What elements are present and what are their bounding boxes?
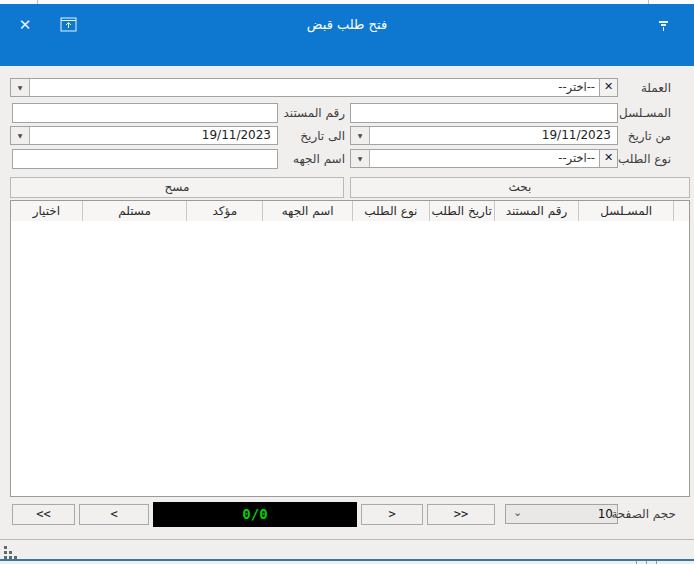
- to-date-picker[interactable]: ▼ 19/11/2023: [10, 126, 278, 145]
- from-date-value: 19/11/2023: [375, 127, 617, 144]
- titlebar[interactable]: ✕ فتح طلب قبض: [0, 4, 694, 66]
- resize-grip-icon[interactable]: [4, 546, 20, 560]
- search-button[interactable]: بحث: [350, 177, 690, 198]
- to-date-label: الى تاريخ: [300, 129, 345, 143]
- chevron-down-icon[interactable]: ▼: [11, 79, 30, 96]
- doc-number-label: رقم المستند: [283, 106, 345, 120]
- page-size-label: حجم الصفحة: [611, 507, 676, 521]
- chevron-down-icon[interactable]: ⌄: [513, 504, 522, 522]
- clear-currency-icon[interactable]: ✕: [599, 79, 617, 96]
- column-received[interactable]: مستلم: [83, 201, 188, 221]
- clear-button[interactable]: مسح: [10, 177, 344, 198]
- last-page-button[interactable]: >>: [427, 504, 495, 525]
- pin-icon[interactable]: [658, 20, 670, 32]
- currency-combobox[interactable]: ▼ ✕ --اختر--: [10, 78, 618, 97]
- currency-label: العملة: [641, 81, 671, 95]
- doc-number-input[interactable]: [12, 103, 278, 123]
- request-type-value: --اختر--: [373, 150, 595, 167]
- receipt-request-window: ✕ فتح طلب قبض العملة ▼ ✕ --اختر-- المسـل…: [0, 0, 694, 564]
- request-type-combobox[interactable]: ▼ ✕ --اختر--: [350, 149, 618, 168]
- page-counter: 0/0: [153, 502, 357, 527]
- results-grid: المسـلسل رقم المستند تاريخ الطلب نوع الط…: [10, 200, 690, 497]
- currency-value: --اختر--: [33, 79, 595, 96]
- prev-page-button[interactable]: <: [79, 504, 149, 525]
- grid-body-empty: [11, 221, 689, 496]
- chevron-down-icon[interactable]: ▼: [351, 127, 370, 144]
- page-size-dropdown[interactable]: ⌄ 10: [505, 504, 618, 524]
- column-entity-name[interactable]: اسم الجهه: [263, 201, 353, 221]
- statusbar-divider: [0, 539, 694, 540]
- serial-label: المسـلسل: [619, 106, 671, 120]
- column-select[interactable]: اختيار: [11, 201, 83, 221]
- column-confirmed[interactable]: مؤكد: [187, 201, 263, 221]
- request-type-label: نوع الطلب: [618, 152, 671, 166]
- entity-name-input[interactable]: [12, 149, 278, 169]
- background-window-bar: [0, 559, 694, 561]
- chevron-down-icon[interactable]: ▼: [351, 150, 370, 167]
- first-page-button[interactable]: <<: [12, 504, 75, 525]
- column-request-type[interactable]: نوع الطلب: [353, 201, 430, 221]
- next-page-button[interactable]: >: [361, 504, 423, 525]
- serial-input[interactable]: [350, 103, 618, 123]
- column-doc-number[interactable]: رقم المستند: [495, 201, 580, 221]
- entity-name-label: اسم الجهه: [293, 152, 345, 166]
- column-indicator: [674, 201, 689, 221]
- clear-request-type-icon[interactable]: ✕: [599, 150, 617, 167]
- from-date-picker[interactable]: ▼ 19/11/2023: [350, 126, 618, 145]
- column-request-date[interactable]: تاريخ الطلب: [430, 201, 495, 221]
- to-date-value: 19/11/2023: [35, 127, 277, 144]
- grid-header-row: المسـلسل رقم المستند تاريخ الطلب نوع الط…: [11, 201, 689, 222]
- chevron-down-icon[interactable]: ▼: [11, 127, 30, 144]
- column-serial[interactable]: المسـلسل: [579, 201, 674, 221]
- window-title: فتح طلب قبض: [0, 17, 694, 32]
- from-date-label: من تاريخ: [628, 129, 671, 143]
